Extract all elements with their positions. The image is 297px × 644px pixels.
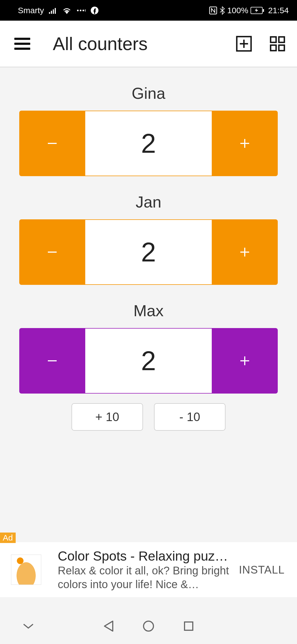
svg-rect-13: [14, 43, 30, 45]
svg-rect-2: [53, 9, 54, 14]
svg-point-4: [77, 10, 79, 11]
signal-icon: [49, 7, 57, 14]
status-right-group: 100% 21:54: [209, 6, 289, 15]
bluetooth-icon: [219, 6, 225, 15]
status-bar: Smarty 100% 21:54: [0, 0, 297, 21]
facebook-icon: [91, 7, 98, 14]
ad-badge: Ad: [0, 533, 16, 543]
hamburger-menu-icon[interactable]: [14, 35, 31, 52]
svg-rect-11: [263, 9, 264, 12]
ad-install-button[interactable]: INSTALL: [235, 564, 289, 576]
home-button[interactable]: [140, 618, 157, 634]
ad-title: Color Spots - Relaxing puzzle with d…: [58, 549, 229, 564]
counter-row: 2: [19, 111, 278, 176]
plus-ten-button[interactable]: + 10: [72, 403, 143, 431]
svg-rect-7: [85, 9, 86, 12]
extra-step-buttons: + 10 - 10: [19, 403, 278, 431]
wifi-icon: [62, 7, 72, 14]
counter-name[interactable]: Max: [19, 301, 278, 320]
counter-value[interactable]: 2: [85, 328, 212, 394]
counter-row: 2: [19, 219, 278, 285]
recents-button[interactable]: [180, 618, 197, 634]
decrement-button[interactable]: [19, 328, 85, 394]
decrement-button[interactable]: [19, 219, 85, 285]
collapse-keyboard-icon[interactable]: [20, 618, 37, 634]
ad-thumbnail: [0, 544, 52, 596]
counter-item: Max 2 + 10 - 10: [19, 301, 278, 431]
more-icon: [76, 9, 86, 12]
carrier-label: Smarty: [18, 6, 44, 15]
svg-rect-14: [14, 48, 30, 50]
counter-value[interactable]: 2: [85, 219, 212, 285]
ad-banner[interactable]: Ad Color Spots - Relaxing puzzle with d……: [0, 542, 297, 597]
grid-view-button[interactable]: [269, 35, 286, 52]
svg-point-32: [144, 621, 153, 631]
nfc-icon: [209, 6, 217, 15]
svg-rect-3: [55, 8, 56, 14]
counter-row: 2: [19, 328, 278, 394]
increment-button[interactable]: [212, 219, 278, 285]
svg-rect-19: [279, 37, 284, 42]
status-left-group: Smarty: [18, 6, 98, 15]
battery-icon: [251, 7, 264, 14]
svg-rect-0: [49, 12, 50, 14]
counter-name[interactable]: Gina: [19, 84, 278, 102]
counter-value[interactable]: 2: [85, 111, 212, 176]
counter-name[interactable]: Jan: [19, 193, 278, 211]
clock-label: 21:54: [268, 6, 289, 15]
decrement-button[interactable]: [19, 111, 85, 176]
increment-button[interactable]: [212, 328, 278, 394]
counters-list: Gina 2 Jan 2 Max: [0, 67, 297, 431]
svg-rect-20: [271, 45, 276, 51]
svg-rect-12: [14, 38, 30, 40]
minus-ten-button[interactable]: - 10: [154, 403, 226, 431]
counter-item: Gina 2: [19, 84, 278, 176]
page-title: All counters: [53, 33, 235, 54]
back-button[interactable]: [100, 618, 117, 634]
svg-point-6: [82, 10, 84, 11]
add-counter-button[interactable]: [235, 35, 252, 52]
increment-button[interactable]: [212, 111, 278, 176]
svg-rect-33: [185, 622, 193, 630]
app-toolbar: All counters: [0, 21, 297, 67]
svg-marker-31: [105, 621, 113, 631]
ad-description: Relax & color it all, ok? Bring bright c…: [58, 564, 229, 591]
svg-rect-1: [51, 11, 52, 14]
ad-text-block: Color Spots - Relaxing puzzle with d… Re…: [52, 549, 235, 591]
counter-item: Jan 2: [19, 193, 278, 285]
svg-point-5: [80, 10, 81, 11]
battery-pct-label: 100%: [227, 6, 248, 15]
svg-rect-18: [271, 37, 276, 42]
svg-rect-21: [279, 45, 284, 51]
system-nav-bar: [0, 608, 297, 644]
